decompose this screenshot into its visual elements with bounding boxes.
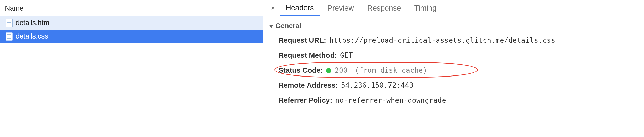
row-request-method: Request Method: GET [269,51,641,59]
label: Remote Address: [278,81,338,89]
row-referrer-policy: Referrer Policy: no-referrer-when-downgr… [269,96,641,104]
general-section-toggle[interactable]: General [269,22,641,30]
status-dot-icon [326,68,331,73]
label: Request URL: [278,36,326,44]
request-row[interactable]: details.css [0,30,263,43]
details-tabbar: × Headers Preview Response Timing [263,0,644,16]
value: 54.236.150.72:443 [341,81,413,89]
value: https://preload-critical-assets.glitch.m… [329,36,555,44]
request-name: details.css [16,32,48,40]
tab-timing[interactable]: Timing [409,0,442,16]
requests-list: details.html details.css [0,16,263,137]
file-icon [6,32,13,41]
request-details-panel: × Headers Preview Response Timing Genera… [263,0,644,137]
value: GET [340,51,353,59]
tab-headers[interactable]: Headers [280,0,320,16]
file-icon [6,19,13,27]
tab-response[interactable]: Response [362,0,407,16]
headers-section-scroll[interactable]: General Request URL: https://preload-cri… [263,16,644,137]
status-cache-note: (from disk cache) [355,66,427,74]
label: Status Code: [278,66,323,74]
label: Referrer Policy: [278,96,332,104]
tab-preview[interactable]: Preview [322,0,360,16]
status-code-value: 200 [335,66,348,74]
value: no-referrer-when-downgrade [335,96,446,104]
status-value-group: 200 (from disk cache) [326,66,427,74]
request-row[interactable]: details.html [0,16,263,30]
requests-list-header: Name [0,0,263,16]
row-status-code: Status Code: 200 (from disk cache) [269,66,641,74]
row-remote-address: Remote Address: 54.236.150.72:443 [269,81,641,89]
requests-list-panel: Name details.html details.css [0,0,263,137]
request-name: details.html [16,19,51,27]
section-title-text: General [275,22,301,30]
row-request-url: Request URL: https://preload-critical-as… [269,36,641,44]
disclosure-triangle-icon [269,25,273,28]
close-details-button[interactable]: × [268,4,278,12]
label: Request Method: [278,51,337,59]
devtools-network-panel: Name details.html details.css × Headers … [0,0,644,137]
